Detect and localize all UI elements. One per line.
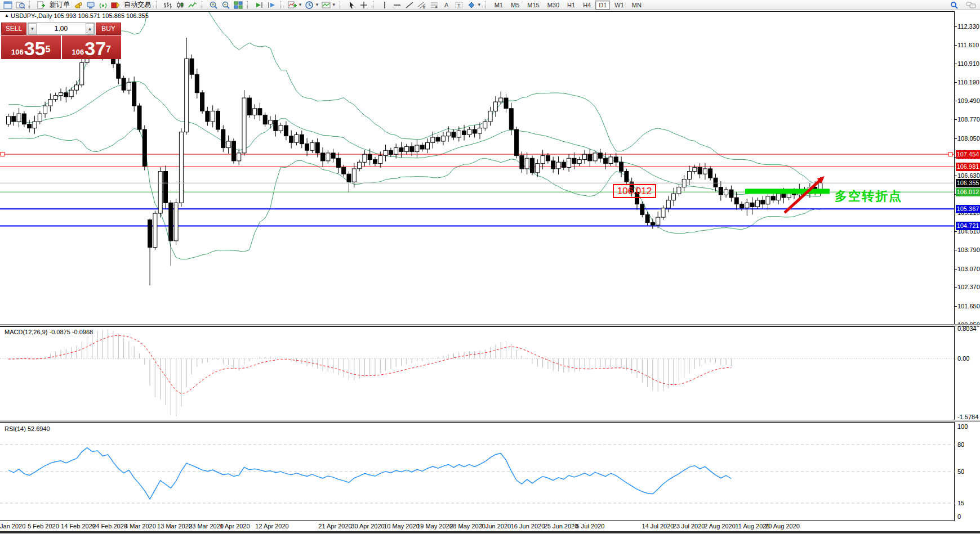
buy-price[interactable]: 106 37 7 — [62, 35, 122, 59]
tab-m30[interactable]: M30 — [544, 1, 563, 10]
chat-icon[interactable] — [965, 1, 977, 10]
horizontal-line-icon[interactable] — [391, 1, 403, 10]
tile-windows-icon[interactable] — [233, 1, 244, 10]
date-axis-label: 24 Feb 2020 — [92, 523, 127, 529]
axis-tick — [955, 176, 957, 176]
price-level-badge: 106.012 — [956, 188, 980, 196]
date-axis-label: 7 Jun 2020 — [480, 523, 511, 529]
terminal-icon[interactable] — [85, 1, 96, 10]
periods-icon[interactable] — [304, 1, 315, 10]
green-highlight-bar[interactable] — [745, 189, 830, 194]
cursor-icon[interactable] — [346, 1, 357, 10]
axis-tick — [955, 250, 957, 250]
tab-m15[interactable]: M15 — [524, 1, 542, 10]
date-axis-label: 2 Aug 2020 — [704, 523, 736, 529]
candlestick-chart-icon[interactable] — [175, 1, 186, 10]
label-icon[interactable]: T — [453, 1, 465, 10]
buy-price-big: 37 — [84, 39, 106, 58]
buy-price-pip: 7 — [106, 41, 111, 58]
market-watch-icon[interactable] — [15, 1, 26, 10]
date-axis-label: 1 Apr 2020 — [220, 523, 250, 529]
axis-tick — [955, 231, 957, 232]
signal-icon[interactable] — [97, 1, 109, 10]
chevron-down-icon[interactable]: ▼ — [477, 2, 482, 7]
status-bar-edge — [0, 531, 980, 533]
date-axis-label: 23 Jul 2020 — [673, 523, 705, 529]
pane-splitter[interactable] — [0, 324, 980, 326]
price-chart-pane[interactable] — [0, 11, 955, 325]
separator — [280, 1, 284, 9]
line-anchor[interactable] — [1, 152, 5, 156]
bar-chart-icon[interactable] — [162, 1, 173, 10]
price-level-badge: 104.721 — [956, 222, 980, 230]
tab-mn[interactable]: MN — [629, 1, 645, 10]
templates-icon[interactable] — [320, 1, 332, 10]
date-axis-label: 23 Mar 2020 — [189, 523, 224, 529]
megaphone-icon[interactable] — [73, 1, 84, 10]
text-icon[interactable]: A — [441, 1, 452, 10]
separator — [247, 1, 251, 9]
search-icon[interactable] — [948, 1, 960, 10]
crosshair-icon[interactable] — [358, 1, 369, 10]
chevron-down-icon[interactable]: ▼ — [315, 2, 319, 7]
axis-tick-label: 110.910 — [957, 60, 979, 67]
axis-tick-label: 109.490 — [957, 97, 980, 104]
volume-increase-button[interactable]: ▲ — [86, 23, 94, 34]
volume-decrease-button[interactable]: ▼ — [28, 23, 37, 34]
date-axis-label: 4 Mar 2020 — [124, 523, 156, 529]
charts-window-icon[interactable] — [2, 1, 14, 10]
axis-tick-label: 112.330 — [957, 23, 979, 30]
buy-button[interactable]: BUY — [96, 23, 121, 35]
date-axis-label: 27 Jan 2020 — [0, 523, 25, 529]
cn-annotation-text[interactable]: 多空转折点 — [835, 188, 902, 205]
chart-shift-icon[interactable] — [266, 1, 277, 10]
date-axis-label: 16 Jun 2020 — [511, 523, 545, 529]
tab-m1[interactable]: M1 — [491, 1, 506, 10]
new-order-label[interactable]: 新订单 — [48, 0, 72, 10]
axis-tick — [955, 101, 957, 101]
price-level-badge: 107.454 — [956, 150, 980, 159]
candles-series — [7, 30, 823, 285]
vertical-line-icon[interactable] — [379, 1, 390, 10]
sell-price[interactable]: 106 35 5 — [1, 35, 61, 59]
tab-h1[interactable]: H1 — [564, 1, 578, 10]
auto-trading-label[interactable]: 自动交易 — [122, 0, 153, 10]
line-anchor[interactable] — [948, 152, 952, 156]
pane-splitter[interactable] — [0, 420, 980, 422]
zoom-in-icon[interactable] — [208, 1, 219, 10]
tab-h4[interactable]: H4 — [580, 1, 594, 10]
price-annotation-box[interactable]: 106.012 — [613, 184, 656, 198]
volume-stepper: ▼ 1.00 ▲ — [28, 23, 95, 35]
line-chart-icon[interactable] — [187, 1, 198, 10]
chevron-down-icon[interactable]: ▼ — [298, 2, 302, 7]
axis-tick — [955, 45, 957, 46]
rsi-axis-label: 0 — [957, 513, 961, 520]
rsi-pane[interactable] — [0, 422, 955, 521]
rsi-axis-label: 15 — [957, 500, 964, 506]
axis-tick — [955, 138, 957, 139]
sell-price-pip: 5 — [46, 41, 51, 58]
volume-value[interactable]: 1.00 — [37, 23, 86, 34]
axis-tick-label: 110.190 — [957, 79, 979, 86]
tab-d1[interactable]: D1 — [595, 1, 610, 10]
date-axis-label: 14 Feb 2020 — [61, 523, 96, 529]
expand-arrow-icon[interactable]: ▲ — [5, 13, 9, 18]
sell-button[interactable]: SELL — [1, 23, 26, 35]
trendline-icon[interactable] — [404, 1, 415, 10]
tab-w1[interactable]: W1 — [611, 1, 627, 10]
new-order-icon[interactable] — [35, 1, 47, 10]
zoom-out-icon[interactable] — [220, 1, 231, 10]
shapes-icon[interactable] — [466, 1, 477, 10]
indicators-icon[interactable] — [287, 1, 298, 10]
axis-tick — [955, 269, 957, 270]
auto-scroll-icon[interactable] — [253, 1, 265, 10]
macd-pane[interactable] — [0, 326, 955, 420]
fibonacci-icon[interactable]: F — [429, 1, 440, 10]
autotrade-icon[interactable] — [110, 1, 121, 10]
equidistant-channel-icon[interactable]: E — [416, 1, 427, 10]
macd-label: MACD(12,26,9) -0.0875 -0.0968 — [5, 329, 93, 335]
price-level-badge: 105.367 — [956, 205, 980, 213]
chevron-down-icon[interactable]: ▼ — [332, 2, 336, 7]
tab-m5[interactable]: M5 — [507, 1, 523, 10]
date-axis-label: 20 Aug 2020 — [765, 523, 800, 529]
